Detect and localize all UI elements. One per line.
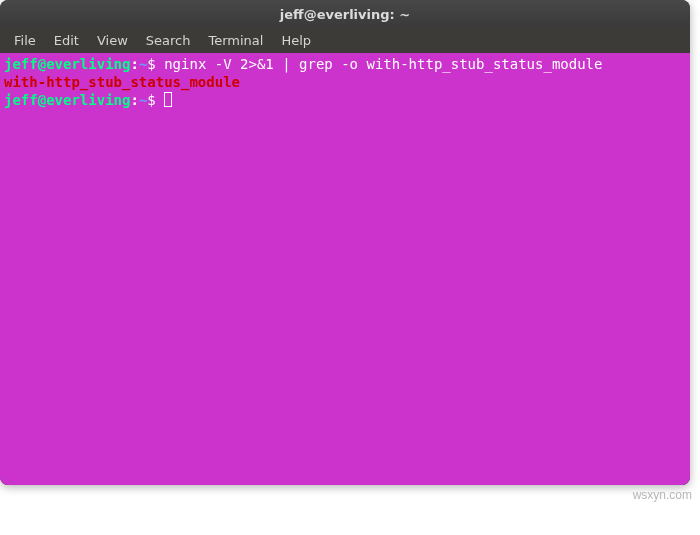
- menu-view[interactable]: View: [89, 30, 136, 51]
- menubar: File Edit View Search Terminal Help: [0, 28, 690, 53]
- cursor: [164, 92, 172, 107]
- titlebar[interactable]: jeff@everliving: ~: [0, 0, 690, 28]
- window-title: jeff@everliving: ~: [280, 7, 410, 22]
- prompt-dollar: $: [147, 56, 164, 72]
- terminal-line: jeff@everliving:~$ nginx -V 2>&1 | grep …: [4, 55, 686, 73]
- prompt-dollar: $: [147, 92, 164, 108]
- watermark: wsxyn.com: [633, 488, 692, 502]
- menu-help[interactable]: Help: [273, 30, 319, 51]
- terminal-body[interactable]: jeff@everliving:~$ nginx -V 2>&1 | grep …: [0, 53, 690, 485]
- menu-terminal[interactable]: Terminal: [200, 30, 271, 51]
- command-text: nginx -V 2>&1 | grep -o with-http_stub_s…: [164, 56, 602, 72]
- prompt-sep: :: [130, 56, 138, 72]
- terminal-window: jeff@everliving: ~ File Edit View Search…: [0, 0, 690, 485]
- terminal-line: jeff@everliving:~$: [4, 91, 686, 109]
- prompt-user: jeff@everliving: [4, 92, 130, 108]
- menu-search[interactable]: Search: [138, 30, 199, 51]
- command-output: with-http_stub_status_module: [4, 74, 240, 90]
- prompt-sep: :: [130, 92, 138, 108]
- menu-edit[interactable]: Edit: [46, 30, 87, 51]
- prompt-user: jeff@everliving: [4, 56, 130, 72]
- terminal-line: with-http_stub_status_module: [4, 73, 686, 91]
- menu-file[interactable]: File: [6, 30, 44, 51]
